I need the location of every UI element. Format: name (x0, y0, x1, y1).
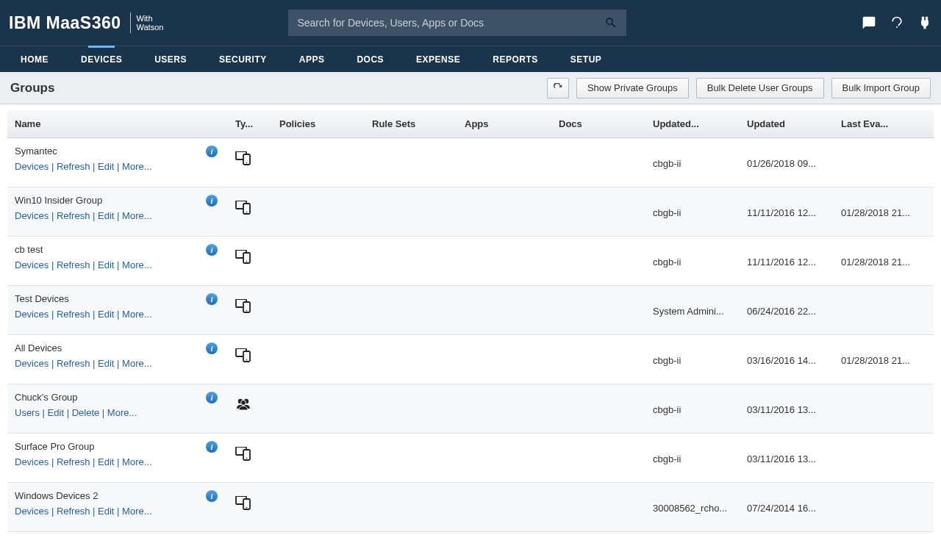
row-action-more[interactable]: More... (122, 259, 151, 270)
row-action-more[interactable]: More... (122, 210, 151, 221)
connector-icon[interactable] (917, 15, 932, 30)
row-action-devices[interactable]: Devices (15, 506, 49, 517)
nav-item-security[interactable]: SECURITY (203, 46, 283, 72)
search-input[interactable] (297, 17, 604, 29)
cell-name: Surface Pro Group Devices | Refresh | Ed… (7, 441, 198, 467)
col-policies[interactable]: Policies (272, 118, 365, 129)
cell-updated-by: cbgb-ii (645, 146, 740, 181)
row-action-refresh[interactable]: Refresh (57, 161, 90, 172)
cell-updated: 01/26/2018 09... (740, 146, 834, 181)
row-action-refresh[interactable]: Refresh (57, 210, 90, 221)
nav-item-expense[interactable]: EXPENSE (400, 46, 476, 72)
col-rule-sets[interactable]: Rule Sets (365, 118, 457, 129)
nav-item-home[interactable]: HOME (4, 46, 65, 72)
row-action-edit[interactable]: Edit (98, 456, 114, 467)
cell-type (228, 496, 272, 513)
row-action-delete[interactable]: Delete (72, 407, 100, 418)
col-apps[interactable]: Apps (457, 118, 551, 129)
row-action-edit[interactable]: Edit (98, 506, 114, 517)
bulk-import-group-button[interactable]: Bulk Import Group (831, 78, 931, 98)
col-name[interactable]: Name (7, 118, 198, 129)
row-action-more[interactable]: More... (122, 161, 151, 172)
logo-main-text: IBM MaaS360 (9, 13, 121, 33)
cell-updated: 11/11/2016 12... (740, 195, 834, 230)
col-docs[interactable]: Docs (551, 118, 645, 129)
info-icon[interactable] (206, 146, 218, 157)
table-row: Symantec Devices | Refresh | Edit | More… (7, 138, 934, 187)
row-action-more[interactable]: More... (122, 358, 151, 369)
info-icon[interactable] (206, 441, 218, 453)
row-action-edit[interactable]: Edit (98, 309, 114, 320)
row-actions: Devices | Refresh | Edit | More... (15, 506, 198, 517)
row-actions: Users | Edit | Delete | More... (15, 407, 198, 418)
row-action-more[interactable]: More... (122, 456, 151, 467)
row-action-refresh[interactable]: Refresh (57, 309, 90, 320)
cell-last-eval: 01/28/2018 21... (834, 342, 926, 378)
nav-item-setup[interactable]: SETUP (554, 46, 618, 72)
row-action-edit[interactable]: Edit (98, 358, 114, 369)
nav-item-apps[interactable]: APPS (283, 46, 341, 72)
table-row: Test Devices Devices | Refresh | Edit | … (7, 286, 934, 335)
row-action-edit[interactable]: Edit (98, 259, 114, 270)
col-last-eval[interactable]: Last Eva... (834, 118, 926, 129)
cell-updated: 11/11/2016 12... (740, 244, 834, 279)
cell-type (228, 447, 272, 464)
cell-type (228, 398, 272, 413)
row-action-edit[interactable]: Edit (98, 210, 114, 221)
table-body: Symantec Devices | Refresh | Edit | More… (7, 138, 934, 532)
cell-updated-by: 30008562_rcho... (645, 490, 740, 525)
row-action-devices[interactable]: Devices (15, 309, 49, 320)
cell-last-eval (834, 392, 926, 427)
row-action-more[interactable]: More... (122, 506, 151, 517)
row-action-devices[interactable]: Devices (15, 259, 49, 270)
table-row: Win10 Insider Group Devices | Refresh | … (7, 187, 934, 237)
nav-item-devices[interactable]: DEVICES (65, 46, 138, 72)
row-action-edit[interactable]: Edit (48, 407, 64, 418)
table-row: All Devices Devices | Refresh | Edit | M… (7, 335, 934, 384)
row-actions: Devices | Refresh | Edit | More... (15, 358, 198, 369)
subheader-actions: Show Private Groups Bulk Delete User Gro… (547, 78, 931, 98)
cell-info (198, 441, 228, 455)
refresh-button[interactable] (547, 78, 569, 98)
row-action-refresh[interactable]: Refresh (57, 456, 90, 467)
row-action-more[interactable]: More... (122, 309, 151, 320)
chat-icon[interactable] (862, 15, 876, 30)
info-icon[interactable] (206, 342, 218, 354)
device-group-icon (235, 151, 251, 166)
row-action-edit[interactable]: Edit (98, 161, 114, 172)
search-icon[interactable] (604, 16, 618, 29)
cell-updated: 03/11/2016 13... (740, 392, 834, 427)
nav-item-reports[interactable]: REPORTS (476, 46, 554, 72)
col-type[interactable]: Ty... (228, 118, 272, 129)
cell-type (228, 348, 272, 365)
nav-item-docs[interactable]: DOCS (340, 46, 400, 72)
device-group-icon (235, 250, 251, 265)
info-icon[interactable] (206, 392, 218, 403)
main-nav: HOMEDEVICESUSERSSECURITYAPPSDOCSEXPENSER… (0, 46, 941, 72)
help-icon[interactable] (890, 15, 904, 30)
row-action-devices[interactable]: Devices (15, 358, 49, 369)
row-actions: Devices | Refresh | Edit | More... (15, 210, 198, 221)
top-right-icons (862, 15, 932, 30)
row-action-devices[interactable]: Devices (15, 210, 49, 221)
table-row: Chuck's Group Users | Edit | Delete | Mo… (7, 384, 934, 434)
col-updated-by[interactable]: Updated... (645, 118, 740, 129)
info-icon[interactable] (206, 244, 218, 256)
global-search[interactable] (288, 10, 626, 36)
bulk-delete-user-groups-button[interactable]: Bulk Delete User Groups (696, 78, 824, 98)
row-actions: Devices | Refresh | Edit | More... (15, 259, 198, 270)
info-icon[interactable] (206, 195, 218, 207)
col-updated[interactable]: Updated (740, 118, 834, 129)
row-action-refresh[interactable]: Refresh (57, 506, 90, 517)
cell-updated-by: cbgb-ii (645, 392, 740, 427)
row-action-devices[interactable]: Devices (15, 161, 49, 172)
nav-item-users[interactable]: USERS (138, 46, 203, 72)
info-icon[interactable] (206, 490, 218, 502)
row-action-refresh[interactable]: Refresh (57, 358, 90, 369)
info-icon[interactable] (206, 293, 218, 305)
row-action-refresh[interactable]: Refresh (57, 259, 90, 270)
row-action-users[interactable]: Users (15, 407, 40, 418)
row-action-devices[interactable]: Devices (15, 456, 49, 467)
row-action-more[interactable]: More... (107, 407, 137, 418)
show-private-groups-button[interactable]: Show Private Groups (576, 78, 689, 98)
